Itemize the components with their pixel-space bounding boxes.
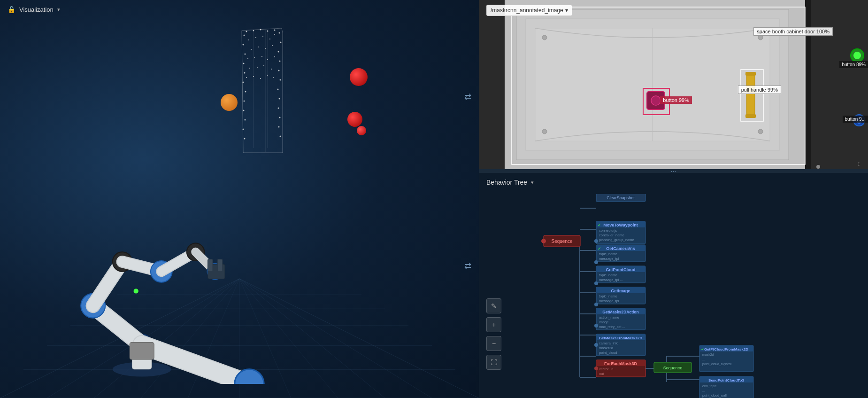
svg-point-60 — [277, 89, 279, 90]
svg-rect-112 — [745, 114, 756, 118]
svg-point-197 — [594, 303, 598, 306]
svg-point-122 — [816, 165, 820, 169]
svg-rect-111 — [745, 72, 756, 76]
svg-point-46 — [244, 72, 246, 74]
reset-view-icon-bottom[interactable]: ⇄ — [464, 261, 471, 271]
svg-point-55 — [280, 42, 282, 43]
svg-point-95 — [274, 30, 276, 31]
svg-point-44 — [245, 54, 246, 55]
svg-text:✓: ✓ — [598, 246, 601, 251]
bt-graph[interactable]: Sequence ClearSnapshot MoveToWaypoint co… — [516, 194, 859, 398]
svg-point-200 — [594, 367, 598, 370]
camera-header: /maskrcnn_annotated_image ▾ — [486, 5, 572, 16]
svg-point-51 — [245, 119, 246, 121]
svg-text:Sequence: Sequence — [663, 366, 683, 370]
svg-point-68 — [262, 36, 263, 37]
svg-point-79 — [274, 56, 275, 57]
svg-text:topic_name: topic_name — [599, 252, 617, 256]
svg-rect-107 — [807, 0, 868, 169]
svg-rect-109 — [479, 0, 505, 169]
detection-button-99: button 99% — [660, 96, 692, 104]
svg-point-50 — [243, 110, 245, 111]
svg-point-70 — [274, 34, 275, 35]
svg-point-114 — [651, 96, 661, 105]
horizontal-resize-handle[interactable]: ··· — [479, 169, 868, 173]
svg-point-58 — [278, 70, 280, 71]
svg-text:GetPtCloudFromMask2D: GetPtCloudFromMask2D — [704, 347, 748, 351]
svg-text:...: ... — [702, 358, 705, 361]
camera-resize-handle[interactable]: ↕ — [857, 160, 860, 167]
svg-point-86 — [260, 78, 261, 79]
lock-icon: 🔒 — [8, 6, 15, 13]
svg-rect-108 — [805, 0, 811, 169]
svg-point-74 — [272, 45, 273, 46]
detection-pull-handle: pull handle 99% — [738, 86, 781, 94]
red-sphere-1 — [350, 68, 368, 86]
detection-button-89: button 89% — [839, 61, 868, 68]
svg-point-52 — [243, 129, 244, 130]
svg-text:out: out — [599, 372, 604, 376]
svg-text:✓: ✓ — [701, 347, 705, 351]
point-cloud — [239, 26, 329, 162]
orange-sphere — [221, 94, 238, 111]
viz-header: 🔒 Visualization ▾ — [8, 6, 60, 13]
svg-point-94 — [267, 31, 269, 32]
svg-point-82 — [263, 65, 264, 66]
3d-scene — [0, 0, 479, 398]
svg-text:camera_info: camera_info — [599, 341, 618, 345]
detection-space-booth: space booth cabinet door 100% — [753, 27, 833, 36]
svg-point-116 — [853, 52, 861, 59]
svg-text:action_name: action_name — [599, 315, 619, 320]
svg-point-49 — [244, 101, 245, 102]
svg-point-84 — [246, 77, 247, 78]
svg-point-57 — [279, 61, 281, 62]
svg-text:message_tpl: message_tpl — [599, 299, 619, 303]
camera-view: /maskrcnn_annotated_image ▾ — [479, 0, 868, 169]
svg-point-194 — [594, 239, 598, 243]
bt-dropdown-btn[interactable]: ▾ — [531, 179, 534, 186]
svg-point-62 — [278, 108, 279, 109]
svg-point-53 — [244, 138, 246, 140]
viz-dropdown-btn[interactable]: ▾ — [57, 7, 60, 13]
svg-point-59 — [280, 79, 281, 81]
viz-title: Visualization — [19, 6, 54, 13]
camera-image-svg — [479, 0, 868, 169]
svg-point-71 — [251, 49, 252, 50]
detection-button-89-2: button 9... — [843, 116, 868, 123]
svg-point-75 — [247, 58, 248, 59]
svg-text:GetPointCloud: GetPointCloud — [606, 267, 636, 272]
svg-text:connectorjs: connectorjs — [599, 228, 617, 233]
svg-text:✓: ✓ — [598, 223, 601, 227]
svg-point-64 — [278, 126, 280, 128]
bt-edit-btn[interactable]: ✎ — [486, 298, 501, 313]
camera-topic-arrow: ▾ — [565, 7, 568, 14]
svg-text:Sequence: Sequence — [551, 239, 572, 244]
svg-text:ForEachMask3D: ForEachMask3D — [604, 361, 638, 366]
svg-point-106 — [758, 129, 763, 134]
bt-toolbar: ✎ + − ⛶ — [486, 298, 501, 370]
svg-text:SendPointCloudTo3: SendPointCloudTo3 — [708, 378, 744, 382]
svg-point-66 — [248, 39, 249, 40]
svg-point-76 — [254, 57, 255, 58]
bt-fullscreen-btn[interactable]: ⛶ — [486, 355, 501, 370]
svg-text:GetMasksFromMasks2D: GetMasksFromMasks2D — [599, 336, 643, 340]
svg-rect-110 — [746, 73, 755, 115]
svg-point-135 — [541, 239, 546, 243]
svg-point-104 — [758, 35, 763, 40]
svg-text:message_tpl: message_tpl — [599, 257, 619, 261]
svg-point-42 — [244, 35, 245, 36]
svg-point-196 — [594, 281, 598, 285]
svg-text:controller_name: controller_name — [599, 233, 624, 237]
svg-text:max_retry_cot ...: max_retry_cot ... — [599, 325, 625, 329]
svg-text:point_cloud_wall: point_cloud_wall — [702, 394, 727, 398]
svg-point-63 — [279, 117, 281, 118]
svg-text:point_cloud: point_cloud — [599, 351, 617, 355]
svg-text:GetCameraVis: GetCameraVis — [606, 246, 635, 251]
bt-zoom-out-btn[interactable]: − — [486, 336, 501, 351]
svg-text:GetMasks2DAction: GetMasks2DAction — [602, 310, 638, 314]
bt-zoom-in-btn[interactable]: + — [486, 317, 501, 332]
reset-view-icon-top[interactable]: ⇄ — [464, 92, 471, 102]
svg-point-61 — [279, 98, 280, 100]
svg-point-81 — [257, 67, 258, 68]
camera-topic-dropdown[interactable]: /maskrcnn_annotated_image ▾ — [486, 5, 572, 16]
